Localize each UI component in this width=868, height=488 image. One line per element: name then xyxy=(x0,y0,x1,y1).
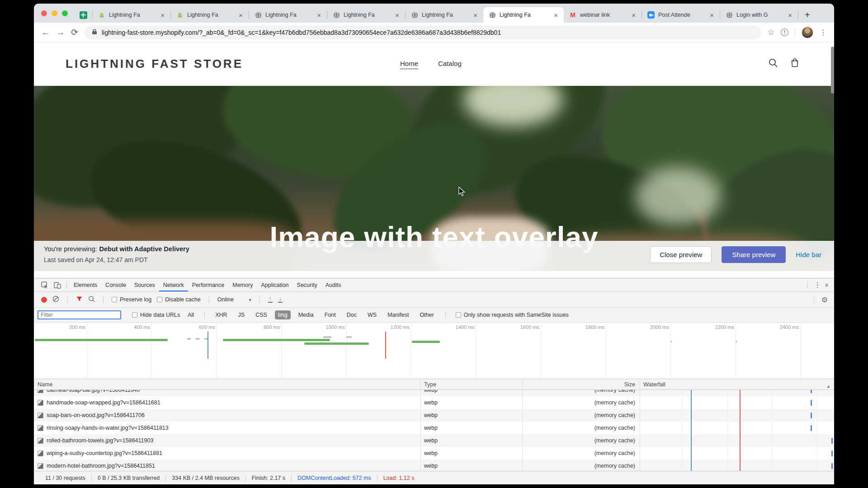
disable-cache-checkbox[interactable] xyxy=(157,297,162,302)
devtools-close-icon[interactable]: × xyxy=(825,281,829,289)
tab-lightning-4[interactable]: Lightning Fa × xyxy=(327,7,405,23)
devtools-tab-security[interactable]: Security xyxy=(293,278,321,291)
devtools-tab-sources[interactable]: Sources xyxy=(130,278,159,291)
close-preview-button[interactable]: Close preview xyxy=(650,246,712,263)
tab-lightning-2[interactable]: Lightning Fa × xyxy=(171,7,249,23)
network-request-row[interactable]: handmade-soap-wrapped.jpg?v=1586411681 w… xyxy=(34,396,834,409)
devtools-tab-network[interactable]: Network xyxy=(159,278,188,291)
tab-lightning-1[interactable]: Lightning Fa × xyxy=(93,7,170,23)
network-request-row[interactable]: wiping-a-sudsy-countertop.jpg?v=15864118… xyxy=(34,447,834,460)
network-settings-gear-icon[interactable]: ⚙ xyxy=(821,296,828,304)
extension-icon[interactable]: ! xyxy=(781,28,788,36)
tab-close-icon[interactable]: × xyxy=(552,11,559,19)
tab-login-with-g[interactable]: Login with G × xyxy=(720,7,798,23)
search-icon[interactable] xyxy=(768,58,778,70)
tab-close-icon[interactable]: × xyxy=(472,11,479,19)
address-bar[interactable]: lightning-fast-store.myshopify.com/?_ab=… xyxy=(85,26,761,39)
inspect-element-icon[interactable] xyxy=(38,282,51,289)
profile-avatar[interactable] xyxy=(802,27,813,38)
tab-close-icon[interactable]: × xyxy=(630,11,637,19)
column-header-type[interactable]: Type xyxy=(420,381,522,388)
samesite-checkbox[interactable] xyxy=(456,312,461,318)
filter-chip-manifest[interactable]: Manifest xyxy=(384,310,412,319)
back-button[interactable]: ← xyxy=(41,28,50,37)
nav-link-catalog[interactable]: Catalog xyxy=(438,60,462,69)
devtools-tab-performance[interactable]: Performance xyxy=(188,278,229,291)
filter-chip-media[interactable]: Media xyxy=(295,310,317,319)
filter-chip-ws[interactable]: WS xyxy=(364,310,380,319)
column-header-waterfall[interactable]: Waterfall▲ xyxy=(640,381,834,388)
pinned-tab-sheets[interactable] xyxy=(74,7,92,23)
network-request-row[interactable]: soap-bars-on-wood.jpg?v=1586411706 webp … xyxy=(34,409,834,422)
network-request-row[interactable]: rolled-bathroom-towels.jpg?v=1586411903 … xyxy=(34,434,834,447)
filter-chip-img[interactable]: Img xyxy=(275,310,291,319)
devtools-menu-icon[interactable]: ⋮ xyxy=(814,281,821,289)
share-preview-button[interactable]: Share preview xyxy=(722,246,786,263)
devtools-tab-console[interactable]: Console xyxy=(101,278,130,291)
overview-request-bar xyxy=(304,343,369,345)
tab-close-icon[interactable]: × xyxy=(237,11,244,19)
filter-chip-font[interactable]: Font xyxy=(321,310,339,319)
tab-close-icon[interactable]: × xyxy=(394,11,401,19)
request-waterfall xyxy=(640,422,834,434)
store-logo[interactable]: LIGHTNING FAST STORE xyxy=(66,57,243,71)
overview-dcl-marker xyxy=(208,332,208,359)
devtools-tab-audits[interactable]: Audits xyxy=(321,278,345,291)
column-header-size[interactable]: Size xyxy=(522,381,640,388)
browser-toolbar: ← → ⟳ lightning-fast-store.myshopify.com… xyxy=(34,23,834,42)
clear-icon[interactable] xyxy=(52,296,59,304)
device-toolbar-icon[interactable] xyxy=(51,282,64,289)
nav-link-home[interactable]: Home xyxy=(400,60,418,69)
devtools-tab-memory[interactable]: Memory xyxy=(228,278,257,291)
column-divider xyxy=(640,390,640,471)
throttling-dropdown[interactable]: Online ▾ xyxy=(217,296,251,303)
tab-lightning-active[interactable]: Lightning Fa × xyxy=(483,7,564,23)
devtools-tab-application[interactable]: Application xyxy=(257,278,292,291)
tab-lightning-5[interactable]: Lightning Fa × xyxy=(406,7,483,23)
network-overview-timeline[interactable]: 200 ms 400 ms 600 ms 800 ms 1000 ms 1200… xyxy=(34,323,834,379)
bookmark-star-icon[interactable]: ☆ xyxy=(768,28,774,37)
reload-button[interactable]: ⟳ xyxy=(71,28,78,37)
search-requests-icon[interactable] xyxy=(88,296,95,304)
minimize-window-button[interactable] xyxy=(52,10,57,16)
tab-close-icon[interactable]: × xyxy=(787,11,793,19)
hide-bar-link[interactable]: Hide bar xyxy=(796,251,821,258)
preserve-log-checkbox[interactable] xyxy=(112,297,117,302)
forward-button[interactable]: → xyxy=(56,28,65,37)
page-scrollbar[interactable] xyxy=(831,47,834,94)
shopify-bag-icon xyxy=(98,11,105,19)
status-finish: Finish: 2.17 s xyxy=(246,475,292,481)
import-har-icon[interactable]: ↑ xyxy=(268,296,273,302)
overview-request-mark xyxy=(736,341,737,343)
browser-menu-icon[interactable]: ⋮ xyxy=(820,28,827,37)
devtools-tab-elements[interactable]: Elements xyxy=(70,278,101,291)
zoom-window-button[interactable] xyxy=(62,10,68,16)
tab-webinar-link[interactable]: M webinar link × xyxy=(564,7,642,23)
filter-input[interactable] xyxy=(38,310,121,319)
new-tab-button[interactable]: + xyxy=(798,7,816,23)
filter-chip-css[interactable]: CSS xyxy=(252,310,270,319)
image-thumbnail-icon xyxy=(38,438,43,444)
tab-close-icon[interactable]: × xyxy=(708,11,715,19)
filter-chip-other[interactable]: Other xyxy=(416,310,437,319)
tab-divider xyxy=(798,11,798,19)
column-header-name[interactable]: Name xyxy=(34,381,420,388)
filter-chip-xhr[interactable]: XHR xyxy=(212,310,230,319)
filter-chip-doc[interactable]: Doc xyxy=(344,310,360,319)
filter-funnel-icon[interactable] xyxy=(76,296,83,304)
close-window-button[interactable] xyxy=(41,10,47,16)
tab-close-icon[interactable]: × xyxy=(316,11,322,19)
tab-lightning-3[interactable]: Lightning Fa × xyxy=(249,7,327,23)
export-har-icon[interactable]: ↓ xyxy=(278,296,283,302)
samesite-label: Only show requests with SameSite issues xyxy=(464,312,569,318)
tab-close-icon[interactable]: × xyxy=(159,11,166,19)
hide-data-urls-checkbox[interactable] xyxy=(132,312,137,318)
network-request-row[interactable]: modern-hotel-bathroom.jpg?v=1586411851 w… xyxy=(34,460,834,471)
network-request-row[interactable]: oatmeal-soap-bar.jpg?v=1586411640 webp (… xyxy=(34,390,834,396)
tab-post-attendee[interactable]: Post Attende × xyxy=(642,7,720,23)
cart-bag-icon[interactable] xyxy=(790,58,800,70)
filter-chip-js[interactable]: JS xyxy=(235,310,248,319)
filter-chip-all[interactable]: All xyxy=(184,310,197,319)
record-icon[interactable] xyxy=(41,297,47,303)
network-request-row[interactable]: rinsing-soapy-hands-in-water.jpg?v=15864… xyxy=(34,422,834,434)
